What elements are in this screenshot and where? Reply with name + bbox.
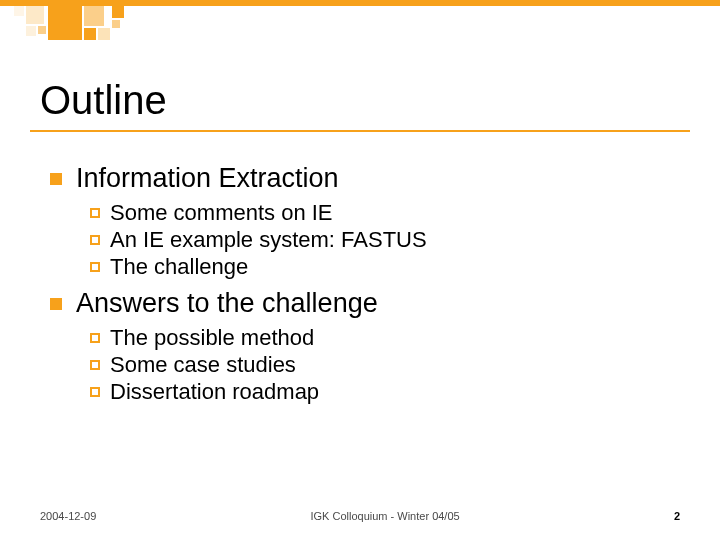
svg-rect-7: [26, 6, 44, 24]
bullet-level1: Answers to the challenge: [50, 288, 670, 319]
hollow-square-bullet-icon: [90, 262, 100, 272]
title-underline: [30, 130, 690, 132]
bullet-level2: The challenge: [90, 254, 670, 280]
footer-center: IGK Colloquium - Winter 04/05: [96, 510, 674, 522]
bullet-level2: An IE example system: FASTUS: [90, 227, 670, 253]
list-item-text: Some case studies: [110, 352, 296, 378]
svg-rect-2: [84, 6, 104, 26]
hollow-square-bullet-icon: [90, 235, 100, 245]
svg-rect-0: [0, 0, 720, 6]
slide-footer: 2004-12-09 IGK Colloquium - Winter 04/05…: [0, 510, 720, 522]
hollow-square-bullet-icon: [90, 387, 100, 397]
corner-decoration: [0, 0, 720, 60]
list-item-text: The challenge: [110, 254, 248, 280]
bullet-level1: Information Extraction: [50, 163, 670, 194]
hollow-square-bullet-icon: [90, 208, 100, 218]
svg-rect-9: [38, 26, 46, 34]
list-item-text: An IE example system: FASTUS: [110, 227, 427, 253]
slide-title: Outline: [40, 78, 167, 123]
hollow-square-bullet-icon: [90, 333, 100, 343]
bullet-level2: The possible method: [90, 325, 670, 351]
section-heading: Information Extraction: [76, 163, 339, 194]
slide-content: Information Extraction Some comments on …: [50, 155, 670, 406]
square-bullet-icon: [50, 298, 62, 310]
bullet-level2: Dissertation roadmap: [90, 379, 670, 405]
svg-rect-3: [84, 28, 96, 40]
list-item-text: The possible method: [110, 325, 314, 351]
section-heading: Answers to the challenge: [76, 288, 378, 319]
footer-page-number: 2: [674, 510, 680, 522]
svg-rect-10: [14, 6, 24, 16]
svg-rect-4: [98, 28, 110, 40]
svg-rect-6: [112, 20, 120, 28]
bullet-level2: Some case studies: [90, 352, 670, 378]
list-item-text: Some comments on IE: [110, 200, 333, 226]
square-bullet-icon: [50, 173, 62, 185]
hollow-square-bullet-icon: [90, 360, 100, 370]
svg-rect-1: [48, 6, 82, 40]
list-item-text: Dissertation roadmap: [110, 379, 319, 405]
svg-rect-5: [112, 6, 124, 18]
bullet-level2: Some comments on IE: [90, 200, 670, 226]
footer-date: 2004-12-09: [40, 510, 96, 522]
svg-rect-8: [26, 26, 36, 36]
